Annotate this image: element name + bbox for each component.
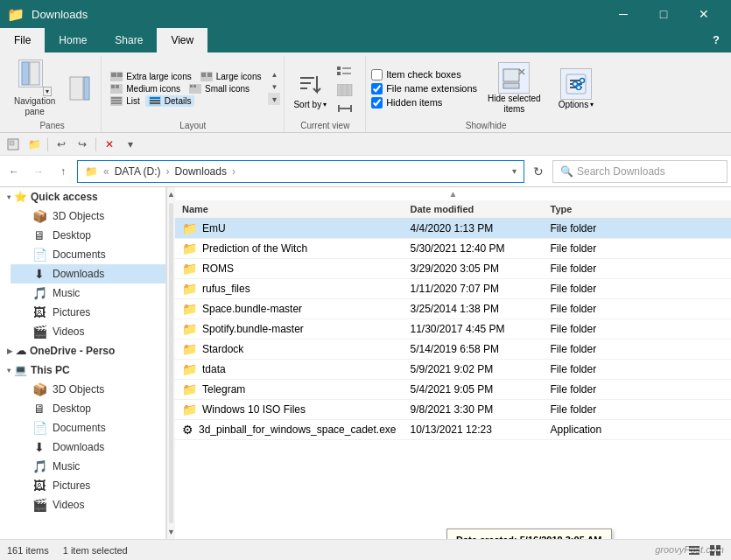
options-button[interactable]: Options ▾ bbox=[552, 65, 601, 113]
sort-label: Sort by ▾ bbox=[293, 100, 327, 109]
watermark: groovyPost.com bbox=[655, 544, 724, 555]
layout-medium[interactable]: Medium icons bbox=[107, 83, 184, 94]
nav-item-music-pc[interactable]: 🎵 Music bbox=[11, 457, 165, 476]
layout-scroll-up[interactable]: ▲ bbox=[268, 68, 280, 80]
help-button[interactable]: ? bbox=[705, 28, 727, 51]
table-row[interactable]: ⚙ 3d_pinball_for_windows_space_cadet.exe… bbox=[175, 420, 731, 440]
layout-details[interactable]: Details bbox=[145, 95, 195, 107]
file-type: File folder bbox=[544, 279, 732, 299]
path-part-data[interactable]: DATA (D:) bbox=[115, 165, 161, 178]
svg-rect-49 bbox=[10, 141, 14, 145]
file-name: Space.bundle-master bbox=[202, 303, 302, 315]
hidden-items-checkbox[interactable] bbox=[371, 97, 383, 108]
folder-icon: 📁 bbox=[182, 282, 197, 296]
nav-scroll-thumb[interactable] bbox=[169, 203, 173, 523]
table-row[interactable]: 📁 Windows 10 ISO Files 9/8/2021 3:30 PM … bbox=[175, 400, 731, 420]
file-ext-toggle[interactable]: File name extensions bbox=[371, 83, 477, 94]
layout-list[interactable]: List bbox=[107, 95, 144, 107]
table-row[interactable]: 📁 rufus_files 1/11/2020 7:07 PM File fol… bbox=[175, 279, 731, 299]
delete-button[interactable]: ✕ bbox=[100, 135, 119, 154]
table-row[interactable]: 📁 Telegram 5/4/2021 9:05 PM File folder bbox=[175, 380, 731, 400]
expand-quick-access[interactable]: ▾ bbox=[121, 135, 140, 154]
folder-icon: 📁 bbox=[182, 242, 197, 256]
nav-item-documents[interactable]: 📄 Documents bbox=[11, 245, 165, 264]
path-icon: 📁 bbox=[85, 165, 98, 178]
refresh-button[interactable]: ↻ bbox=[528, 161, 549, 182]
nav-item-pictures[interactable]: 🖼 Pictures bbox=[11, 303, 165, 322]
nav-item-downloads[interactable]: ⬇ Downloads bbox=[11, 264, 165, 284]
onedrive-header[interactable]: ▶ ☁ OneDrive - Perso bbox=[0, 341, 165, 360]
navigation-pane: ▾ ⭐ Quick access 📦 3D Objects 🖥 Desktop … bbox=[0, 187, 166, 539]
properties-button[interactable] bbox=[4, 135, 23, 154]
table-row[interactable]: 📁 Prediction of the Witch 5/30/2021 12:4… bbox=[175, 239, 731, 259]
table-row[interactable]: 📁 tdata 5/9/2021 9:02 PM File folder bbox=[175, 360, 731, 380]
svg-rect-5 bbox=[111, 73, 116, 77]
tab-share[interactable]: Share bbox=[101, 28, 157, 52]
nav-item-3d-pc[interactable]: 📦 3D Objects bbox=[11, 380, 165, 399]
size-all-btn[interactable] bbox=[334, 101, 360, 116]
path-part-downloads[interactable]: Downloads bbox=[175, 165, 227, 178]
path-dropdown[interactable]: ▾ bbox=[512, 166, 517, 176]
columns-btn[interactable] bbox=[334, 82, 360, 98]
forward-button[interactable]: → bbox=[28, 161, 49, 182]
table-row[interactable]: 📁 Spotify.bundle-master 11/30/2017 4:45 … bbox=[175, 319, 731, 340]
maximize-button[interactable]: □ bbox=[643, 0, 684, 28]
layout-large[interactable]: Large icons bbox=[197, 71, 265, 82]
nav-item-pictures-pc[interactable]: 🖼 Pictures bbox=[11, 476, 165, 495]
up-button[interactable]: ↑ bbox=[53, 161, 74, 182]
svg-rect-28 bbox=[337, 72, 341, 75]
preview-pane-button[interactable] bbox=[64, 68, 95, 108]
file-type: File folder bbox=[544, 239, 732, 259]
new-folder-button[interactable]: 📁 bbox=[25, 135, 44, 154]
this-pc-header[interactable]: ▾ 💻 This PC bbox=[0, 360, 165, 380]
nav-item-music[interactable]: 🎵 Music bbox=[11, 284, 165, 303]
layout-expand-btn[interactable]: ▾ bbox=[268, 93, 280, 105]
svg-rect-3 bbox=[84, 77, 89, 100]
tab-file[interactable]: File bbox=[0, 28, 45, 52]
hidden-items-toggle[interactable]: Hidden items bbox=[371, 97, 477, 108]
nav-item-3d-objects[interactable]: 📦 3D Objects bbox=[11, 206, 165, 226]
panes-group-label: Panes bbox=[9, 119, 95, 132]
minimize-button[interactable]: ─ bbox=[603, 0, 643, 28]
navigation-pane-button[interactable]: ▾ Navigationpane bbox=[9, 58, 60, 119]
quick-access-header[interactable]: ▾ ⭐ Quick access bbox=[0, 187, 165, 206]
hide-selected-button[interactable]: Hide selecteditems bbox=[481, 59, 548, 118]
item-checkboxes-checkbox[interactable] bbox=[371, 69, 383, 80]
undo-button[interactable]: ↩ bbox=[52, 135, 71, 154]
sort-by-button[interactable]: Sort by ▾ bbox=[290, 65, 330, 113]
column-type[interactable]: Type bbox=[544, 200, 732, 219]
nav-item-documents-pc[interactable]: 📄 Documents bbox=[11, 418, 165, 438]
column-date[interactable]: Date modified bbox=[404, 200, 544, 219]
table-row[interactable]: 📁 ROMS 3/29/2020 3:05 PM File folder bbox=[175, 259, 731, 279]
address-path[interactable]: 📁 « DATA (D:) › Downloads › ▾ bbox=[77, 160, 524, 183]
nav-item-videos[interactable]: 🎬 Videos bbox=[11, 322, 165, 341]
back-button[interactable]: ← bbox=[4, 161, 25, 182]
tab-view[interactable]: View bbox=[157, 28, 207, 52]
current-view-content: Sort by ▾ bbox=[290, 58, 360, 119]
layout-extra-large[interactable]: Extra large icons bbox=[107, 71, 194, 82]
nav-item-desktop-pc[interactable]: 🖥 Desktop bbox=[11, 399, 165, 418]
column-name[interactable]: Name bbox=[175, 200, 404, 219]
close-button[interactable]: ✕ bbox=[684, 0, 724, 28]
table-row[interactable]: 📁 EmU 4/4/2020 1:13 PM File folder bbox=[175, 219, 731, 239]
view-list-btn[interactable] bbox=[334, 64, 360, 80]
tab-home[interactable]: Home bbox=[45, 28, 101, 52]
layout-scroll-down[interactable]: ▼ bbox=[268, 80, 280, 93]
table-row[interactable]: 📁 Space.bundle-master 3/25/2014 1:38 PM … bbox=[175, 299, 731, 319]
svg-rect-15 bbox=[193, 85, 196, 88]
nav-item-desktop[interactable]: 🖥 Desktop bbox=[11, 226, 165, 245]
nav-scroll-down[interactable]: ▼ bbox=[167, 525, 175, 539]
table-row[interactable]: 📁 Stardock 5/14/2019 6:58 PM File folder bbox=[175, 340, 731, 360]
nav-item-videos-pc[interactable]: 🎬 Videos bbox=[11, 495, 165, 514]
svg-rect-14 bbox=[190, 85, 193, 88]
nav-scroll-up[interactable]: ▲ bbox=[167, 187, 175, 201]
file-list[interactable]: ▲ Name Date modified Type 📁 EmU 4/4/2020… bbox=[175, 187, 731, 539]
redo-button[interactable]: ↪ bbox=[73, 135, 92, 154]
file-type: File folder bbox=[544, 299, 732, 319]
layout-small[interactable]: Small icons bbox=[186, 83, 253, 94]
item-checkboxes-toggle[interactable]: Item check boxes bbox=[371, 69, 477, 80]
sort-indicator[interactable]: ▲ bbox=[175, 187, 731, 200]
nav-item-downloads-pc[interactable]: ⬇ Downloads bbox=[11, 438, 165, 457]
file-ext-checkbox[interactable] bbox=[371, 83, 383, 94]
search-box[interactable]: 🔍 Search Downloads bbox=[552, 160, 727, 183]
